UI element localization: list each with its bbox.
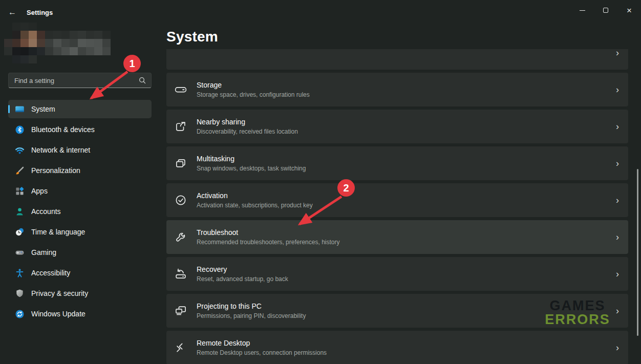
sidebar-item-label: Apps bbox=[31, 187, 48, 195]
projecting-icon bbox=[175, 305, 187, 317]
sidebar-item-gaming[interactable]: Gaming bbox=[8, 243, 152, 262]
gaming-icon bbox=[15, 248, 25, 258]
search-box[interactable] bbox=[8, 73, 152, 88]
sidebar-item-network-internet[interactable]: Network & internet bbox=[8, 141, 152, 159]
row-subtitle: Reset, advanced startup, go back bbox=[197, 275, 616, 283]
sidebar-item-windows-update[interactable]: Windows Update bbox=[8, 305, 152, 323]
recovery-icon bbox=[175, 268, 187, 280]
settings-row-projecting[interactable]: Projecting to this PC Permissions, pairi… bbox=[166, 294, 628, 328]
row-title: Nearby sharing bbox=[197, 117, 616, 127]
row-title: Multitasking bbox=[197, 154, 616, 164]
sidebar-item-apps[interactable]: Apps bbox=[8, 182, 152, 200]
selected-accent-bar bbox=[8, 105, 10, 113]
chevron-right-icon: › bbox=[616, 269, 619, 280]
row-subtitle: Permissions, pairing PIN, discoverabilit… bbox=[197, 312, 616, 320]
sidebar-item-personalization[interactable]: Personalization bbox=[8, 161, 152, 180]
row-subtitle: Recommended troubleshooters, preferences… bbox=[197, 238, 616, 246]
sidebar-item-bluetooth-devices[interactable]: Bluetooth & devices bbox=[8, 120, 152, 139]
windows-update-icon bbox=[15, 309, 25, 319]
titlebar: ← Settings × bbox=[0, 0, 641, 20]
privacy-icon bbox=[15, 289, 25, 298]
remote-desktop-icon bbox=[175, 341, 187, 354]
sidebar-item-label: Time & language bbox=[31, 228, 85, 236]
sidebar-item-label: Windows Update bbox=[31, 310, 86, 318]
sidebar-item-accessibility[interactable]: Accessibility bbox=[8, 264, 152, 282]
settings-row-remote-desktop[interactable]: Remote Desktop Remote Desktop users, con… bbox=[166, 331, 628, 364]
row-title: Projecting to this PC bbox=[197, 302, 616, 311]
page-title: System bbox=[166, 29, 218, 45]
network-icon bbox=[15, 145, 25, 155]
row-subtitle: Remote Desktop users, connection permiss… bbox=[197, 349, 616, 357]
settings-row-recovery[interactable]: Recovery Reset, advanced startup, go bac… bbox=[166, 257, 628, 291]
row-title: Troubleshoot bbox=[197, 228, 616, 238]
maximize-icon bbox=[603, 8, 608, 13]
row-subtitle: Activation state, subscriptions, product… bbox=[197, 201, 616, 209]
chevron-right-icon: › bbox=[616, 121, 619, 132]
row-subtitle: Storage space, drives, configuration rul… bbox=[197, 91, 616, 99]
close-icon: × bbox=[627, 6, 632, 15]
sidebar-item-time-language[interactable]: Time & language bbox=[8, 223, 152, 241]
minimize-button[interactable] bbox=[570, 0, 594, 20]
sidebar-item-label: Gaming bbox=[31, 248, 56, 256]
chevron-right-icon: › bbox=[616, 158, 619, 169]
sidebar-item-label: Accessibility bbox=[31, 269, 70, 277]
settings-row-troubleshoot[interactable]: Troubleshoot Recommended troubleshooters… bbox=[166, 220, 628, 254]
user-avatar-pixelated bbox=[4, 23, 111, 63]
sidebar-nav: System Bluetooth & devices Network & int… bbox=[8, 100, 152, 325]
personalization-icon bbox=[15, 166, 25, 176]
sidebar-item-label: System bbox=[31, 105, 55, 113]
search-icon bbox=[139, 77, 146, 84]
settings-row-storage[interactable]: Storage Storage space, drives, configura… bbox=[166, 73, 628, 106]
activation-icon bbox=[175, 194, 187, 206]
back-arrow-icon: ← bbox=[8, 8, 16, 17]
accounts-icon bbox=[15, 207, 25, 217]
sidebar-item-label: Network & internet bbox=[31, 146, 90, 154]
chevron-right-icon: › bbox=[616, 195, 619, 206]
row-subtitle: Discoverability, received files location bbox=[197, 127, 616, 136]
time-language-icon bbox=[15, 227, 25, 237]
sidebar-item-label: Privacy & security bbox=[31, 289, 88, 297]
row-subtitle: Snap windows, desktops, task switching bbox=[197, 164, 616, 173]
maximize-button[interactable] bbox=[594, 0, 617, 20]
search-input[interactable] bbox=[9, 77, 139, 84]
sidebar-item-system[interactable]: System bbox=[8, 100, 152, 118]
app-title: Settings bbox=[27, 9, 53, 16]
sidebar-item-label: Personalization bbox=[31, 166, 80, 175]
bluetooth-icon bbox=[15, 125, 25, 135]
settings-row-activation[interactable]: Activation Activation state, subscriptio… bbox=[166, 183, 628, 217]
multitasking-icon bbox=[175, 157, 187, 169]
storage-icon bbox=[175, 83, 187, 96]
settings-row-multitasking[interactable]: Multitasking Snap windows, desktops, tas… bbox=[166, 146, 628, 180]
nearby-sharing-icon bbox=[175, 120, 187, 133]
row-title: Recovery bbox=[197, 265, 616, 274]
troubleshoot-icon bbox=[175, 231, 187, 243]
settings-row-power[interactable]: Screen and sleep, power mode › bbox=[166, 49, 628, 70]
chevron-right-icon: › bbox=[616, 84, 619, 95]
chevron-right-icon: › bbox=[616, 342, 619, 353]
settings-list: Screen and sleep, power mode › Storage S… bbox=[166, 49, 628, 364]
system-icon bbox=[15, 104, 25, 114]
sidebar-item-label: Bluetooth & devices bbox=[31, 125, 95, 134]
sidebar-item-label: Accounts bbox=[31, 207, 61, 216]
minimize-icon bbox=[580, 10, 585, 11]
row-title: Storage bbox=[197, 80, 616, 90]
scrollbar[interactable] bbox=[637, 169, 638, 336]
chevron-right-icon: › bbox=[616, 232, 619, 243]
chevron-right-icon: › bbox=[616, 49, 619, 58]
back-button[interactable]: ← bbox=[6, 6, 18, 18]
sidebar-item-accounts[interactable]: Accounts bbox=[8, 202, 152, 221]
sidebar-item-privacy-security[interactable]: Privacy & security bbox=[8, 284, 152, 303]
settings-row-nearby-sharing[interactable]: Nearby sharing Discoverability, received… bbox=[166, 110, 628, 143]
close-button[interactable]: × bbox=[617, 0, 641, 20]
accessibility-icon bbox=[15, 268, 25, 278]
row-title: Activation bbox=[197, 191, 616, 201]
chevron-right-icon: › bbox=[616, 306, 619, 316]
row-title: Remote Desktop bbox=[197, 338, 616, 348]
apps-icon bbox=[15, 186, 25, 196]
sidebar: System Bluetooth & devices Network & int… bbox=[0, 20, 162, 364]
